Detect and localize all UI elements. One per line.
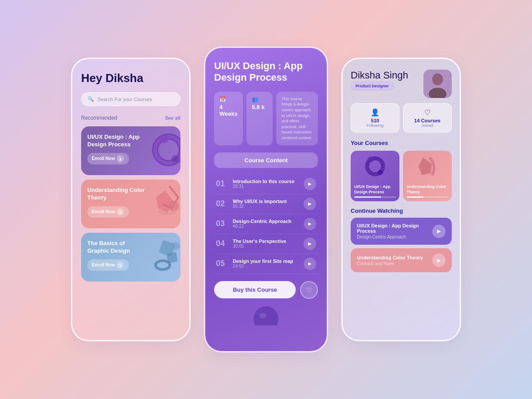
- lesson-name-4: The User's Perspective: [233, 239, 299, 244]
- course-desc: This course brings a design-centric appr…: [282, 96, 313, 141]
- following-icon: 👤: [355, 108, 395, 117]
- lesson-name-1: Introduction to this course: [233, 179, 299, 184]
- svg-rect-6: [166, 252, 177, 263]
- progress-fill-ux: [354, 196, 381, 198]
- enroll-btn-ux[interactable]: Enroll Now: [87, 153, 129, 164]
- phone-course-detail: UI/UX Design : App Design Process 📅 4 We…: [204, 47, 328, 352]
- enroll-btn-graphic[interactable]: Enroll Now: [87, 259, 129, 271]
- lesson-name-3: Design-Centric Approach: [233, 219, 299, 224]
- cw-play-btn-ux[interactable]: ▶: [432, 225, 446, 238]
- play-btn-4[interactable]: ▶: [304, 238, 316, 250]
- buy-button[interactable]: Buy this Course: [214, 281, 296, 298]
- svg-rect-5: [159, 240, 176, 257]
- lesson-item-3[interactable]: 03 Design-Centric Approach 40:22 ▶: [214, 214, 318, 234]
- play-btn-1[interactable]: ▶: [304, 178, 316, 190]
- progress-bar-ux: [354, 196, 396, 198]
- stat-following-label: Following: [355, 123, 395, 128]
- cw-info-color: Understanding Color Theory Contrast and …: [357, 255, 428, 266]
- lesson-num-5: 05: [216, 259, 228, 268]
- greeting-text: Hey Diksha: [81, 71, 180, 85]
- svg-point-0: [155, 137, 180, 163]
- lesson-duration-4: 30:05: [233, 244, 299, 249]
- stat-courses-label: Joined: [407, 123, 448, 128]
- info-card-duration: 📅 4 Weeks: [214, 92, 243, 145]
- stat-courses-val: 14 Courses: [407, 118, 448, 123]
- mini-course-color[interactable]: Understanding Color Theory: [403, 151, 452, 201]
- course-content-btn[interactable]: Course Content: [214, 153, 318, 168]
- course-detail-title: UI/UX Design : App Design Process: [214, 60, 318, 84]
- lesson-duration-2: 55:32: [233, 204, 299, 209]
- info-card-desc: This course brings a design-centric appr…: [276, 92, 318, 145]
- course-card-color[interactable]: Understanding Color Theory Enroll Now: [81, 180, 180, 228]
- buy-row: Buy this Course ♡: [214, 281, 318, 299]
- first-name: Diksha: [351, 70, 380, 81]
- avatar: [423, 70, 452, 98]
- course-card-ux[interactable]: UI/UX Design : App Design Process Enroll…: [81, 126, 180, 175]
- course-card-title-color: Understanding Color Theory: [87, 187, 145, 202]
- cw-item-ux[interactable]: UI/UX Design : App Design Process Design…: [351, 218, 452, 245]
- recommended-label: Recommended: [81, 115, 117, 121]
- course-card-graphic[interactable]: The Basics of Graphic Design Enroll Now: [81, 233, 180, 282]
- cw-item-color[interactable]: Understanding Color Theory Contrast and …: [351, 248, 452, 272]
- students-icon: 👥: [252, 96, 267, 102]
- play-btn-5[interactable]: ▶: [304, 258, 316, 270]
- heart-button[interactable]: ♡: [300, 281, 318, 299]
- mini-course-name-color: Understanding Color Theory: [407, 184, 448, 195]
- search-bar[interactable]: 🔍 Search For your Courses: [81, 92, 180, 106]
- mini-course-ux[interactable]: UI/UX Design : App Design Process: [351, 151, 399, 201]
- lesson-info-1: Introduction to this course 20:31: [233, 179, 299, 189]
- svg-point-3: [172, 155, 179, 162]
- stat-following-val: 510: [355, 118, 395, 123]
- stat-courses: ♡ 14 Courses Joined: [403, 103, 452, 133]
- section-header: Recommended See all: [81, 115, 180, 121]
- svg-point-4: [168, 201, 179, 211]
- duration-icon: 📅: [219, 96, 238, 102]
- cw-play-btn-color[interactable]: ▶: [432, 254, 446, 267]
- svg-point-1: [150, 131, 180, 169]
- cw-sub-color: Contrast and Hues: [357, 261, 428, 266]
- search-icon: 🔍: [88, 96, 94, 102]
- mini-course-name-ux: UI/UX Design : App Design Process: [354, 184, 396, 195]
- enroll-btn-color[interactable]: Enroll Now: [87, 206, 129, 218]
- course-card-title-ux: UI/UX Design : App Design Process: [87, 133, 145, 149]
- lesson-name-2: Why UI/UX is Important: [233, 199, 299, 204]
- profile-row: Diksha Singh Product Designer: [351, 70, 452, 98]
- lesson-info-5: Design your first Site map 24:50: [233, 258, 299, 269]
- last-name: Singh: [383, 70, 408, 81]
- svg-point-2: [160, 134, 168, 143]
- lesson-num-2: 02: [216, 199, 228, 208]
- lessons-list: 01 Introduction to this course 20:31 ▶ 0…: [214, 174, 318, 274]
- continue-watching-label: Continue Watching: [351, 207, 452, 214]
- mini-course-info-color: Understanding Color Theory: [403, 182, 452, 201]
- lesson-num-4: 04: [216, 239, 228, 248]
- mini-course-thumb-color: [403, 151, 452, 182]
- svg-point-8: [172, 242, 180, 250]
- info-card-students: 👥 5.8 k: [246, 92, 273, 145]
- lesson-info-3: Design-Centric Approach 40:22: [233, 219, 299, 229]
- lesson-item-2[interactable]: 02 Why UI/UX is Important 55:32 ▶: [214, 194, 318, 214]
- lesson-duration-3: 40:22: [233, 224, 299, 229]
- info-cards-row: 📅 4 Weeks 👥 5.8 k This course brings a d…: [214, 92, 318, 145]
- progress-bar-color: [407, 196, 448, 198]
- lesson-item-4[interactable]: 04 The User's Perspective 30:05 ▶: [214, 234, 318, 254]
- see-all-link[interactable]: See all: [165, 115, 180, 121]
- search-placeholder: Search For your Courses: [98, 97, 152, 102]
- lesson-num-3: 03: [216, 219, 228, 228]
- play-btn-2[interactable]: ▶: [304, 198, 316, 210]
- play-btn-3[interactable]: ▶: [304, 218, 316, 230]
- cw-name-color: Understanding Color Theory: [357, 255, 428, 260]
- lesson-item-1[interactable]: 01 Introduction to this course 20:31 ▶: [214, 174, 318, 194]
- cw-info-ux: UI/UX Design : App Design Process Design…: [357, 223, 428, 239]
- profile-name: Diksha Singh: [351, 70, 408, 81]
- stat-following: 👤 510 Following: [351, 103, 399, 133]
- stats-row: 👤 510 Following ♡ 14 Courses Joined: [351, 103, 452, 133]
- lesson-info-4: The User's Perspective 30:05: [233, 239, 299, 249]
- mini-course-thumb-ux: [351, 151, 399, 182]
- lesson-item-5[interactable]: 05 Design your first Site map 24:50 ▶: [214, 254, 318, 274]
- svg-point-16: [368, 156, 374, 163]
- phone-profile: Diksha Singh Product Designer 👤 510 F: [341, 58, 461, 341]
- phone-home: Hey Diksha 🔍 Search For your Courses Rec…: [71, 58, 191, 341]
- lesson-duration-5: 24:50: [233, 264, 299, 269]
- role-badge: Product Designer: [351, 82, 394, 90]
- mini-courses-row: UI/UX Design : App Design Process Unders…: [351, 151, 452, 201]
